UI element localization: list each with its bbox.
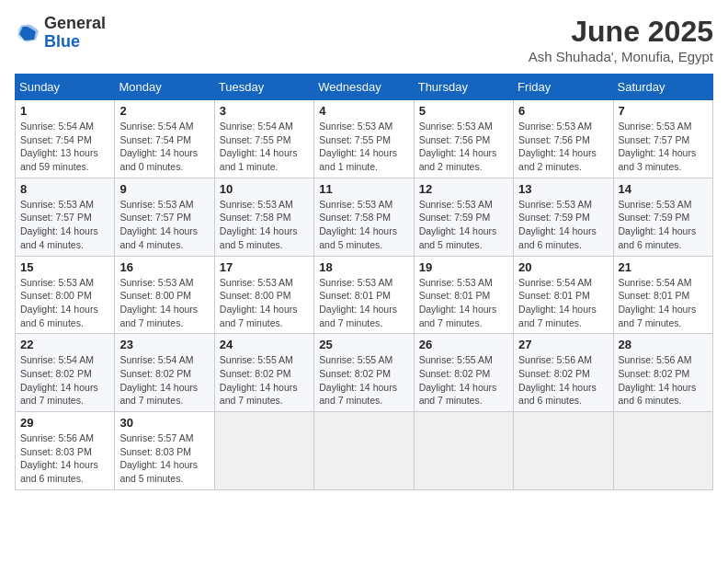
table-row: 11Sunrise: 5:53 AMSunset: 7:58 PMDayligh… xyxy=(314,178,414,256)
table-row: 24Sunrise: 5:55 AMSunset: 8:02 PMDayligh… xyxy=(214,334,313,412)
day-number: 12 xyxy=(419,182,508,196)
table-row: 14Sunrise: 5:53 AMSunset: 7:59 PMDayligh… xyxy=(613,178,712,256)
day-info: Sunrise: 5:54 AMSunset: 8:02 PMDaylight:… xyxy=(119,353,209,408)
logo-text: General Blue xyxy=(44,15,106,52)
day-number: 6 xyxy=(518,104,608,118)
day-number: 10 xyxy=(220,182,309,196)
day-info: Sunrise: 5:53 AMSunset: 7:59 PMDaylight:… xyxy=(419,198,508,252)
calendar-week-row: 22Sunrise: 5:54 AMSunset: 8:02 PMDayligh… xyxy=(16,334,713,412)
day-info: Sunrise: 5:53 AMSunset: 7:59 PMDaylight:… xyxy=(619,198,708,252)
calendar-week-row: 1Sunrise: 5:54 AMSunset: 7:54 PMDaylight… xyxy=(16,100,713,178)
day-info: Sunrise: 5:54 AMSunset: 8:02 PMDaylight:… xyxy=(20,353,109,408)
calendar-title: June 2025 xyxy=(529,15,713,49)
calendar-subtitle: Ash Shuhada', Monufia, Egypt xyxy=(529,49,713,64)
day-number: 27 xyxy=(518,338,608,351)
day-number: 15 xyxy=(20,260,109,274)
calendar-header-row: Sunday Monday Tuesday Wednesday Thursday… xyxy=(16,75,713,100)
day-number: 22 xyxy=(20,338,109,351)
day-number: 29 xyxy=(20,416,109,430)
calendar-week-row: 29Sunrise: 5:56 AMSunset: 8:03 PMDayligh… xyxy=(16,412,713,490)
day-number: 25 xyxy=(319,338,408,351)
table-row: 5Sunrise: 5:53 AMSunset: 7:56 PMDaylight… xyxy=(414,100,513,178)
day-info: Sunrise: 5:54 AMSunset: 7:54 PMDaylight:… xyxy=(119,120,209,174)
table-row: 18Sunrise: 5:53 AMSunset: 8:01 PMDayligh… xyxy=(314,256,414,334)
day-info: Sunrise: 5:53 AMSunset: 8:00 PMDaylight:… xyxy=(119,276,209,330)
table-row: 29Sunrise: 5:56 AMSunset: 8:03 PMDayligh… xyxy=(16,412,115,490)
day-info: Sunrise: 5:53 AMSunset: 8:00 PMDaylight:… xyxy=(220,276,309,330)
table-row: 10Sunrise: 5:53 AMSunset: 7:58 PMDayligh… xyxy=(214,178,313,256)
table-row: 12Sunrise: 5:53 AMSunset: 7:59 PMDayligh… xyxy=(414,178,513,256)
table-row: 1Sunrise: 5:54 AMSunset: 7:54 PMDaylight… xyxy=(16,100,115,178)
day-number: 1 xyxy=(20,104,109,118)
header-saturday: Saturday xyxy=(613,75,712,100)
day-info: Sunrise: 5:56 AMSunset: 8:02 PMDaylight:… xyxy=(619,353,708,408)
table-row: 25Sunrise: 5:55 AMSunset: 8:02 PMDayligh… xyxy=(314,334,414,412)
day-info: Sunrise: 5:56 AMSunset: 8:03 PMDaylight:… xyxy=(20,431,109,486)
day-info: Sunrise: 5:53 AMSunset: 7:56 PMDaylight:… xyxy=(518,120,608,174)
logo-general: General xyxy=(44,15,106,33)
day-info: Sunrise: 5:54 AMSunset: 7:54 PMDaylight:… xyxy=(20,120,109,174)
day-info: Sunrise: 5:53 AMSunset: 7:55 PMDaylight:… xyxy=(319,120,408,174)
day-number: 8 xyxy=(20,182,109,196)
table-row xyxy=(314,412,414,490)
day-info: Sunrise: 5:55 AMSunset: 8:02 PMDaylight:… xyxy=(220,353,309,408)
header-wednesday: Wednesday xyxy=(314,75,414,100)
day-number: 21 xyxy=(619,260,708,274)
day-info: Sunrise: 5:53 AMSunset: 8:01 PMDaylight:… xyxy=(419,276,508,330)
calendar-table: Sunday Monday Tuesday Wednesday Thursday… xyxy=(15,74,713,490)
logo-icon xyxy=(15,20,40,46)
day-number: 16 xyxy=(119,260,209,274)
table-row: 19Sunrise: 5:53 AMSunset: 8:01 PMDayligh… xyxy=(414,256,513,334)
header-monday: Monday xyxy=(115,75,214,100)
day-info: Sunrise: 5:53 AMSunset: 7:57 PMDaylight:… xyxy=(20,198,109,252)
day-number: 2 xyxy=(119,104,209,118)
day-info: Sunrise: 5:55 AMSunset: 8:02 PMDaylight:… xyxy=(419,353,508,408)
title-block: June 2025 Ash Shuhada', Monufia, Egypt xyxy=(529,15,713,64)
header-sunday: Sunday xyxy=(16,75,115,100)
day-number: 20 xyxy=(518,260,608,274)
table-row: 13Sunrise: 5:53 AMSunset: 7:59 PMDayligh… xyxy=(514,178,613,256)
day-number: 17 xyxy=(220,260,309,274)
day-info: Sunrise: 5:53 AMSunset: 7:59 PMDaylight:… xyxy=(518,198,608,252)
table-row: 23Sunrise: 5:54 AMSunset: 8:02 PMDayligh… xyxy=(115,334,214,412)
calendar-week-row: 8Sunrise: 5:53 AMSunset: 7:57 PMDaylight… xyxy=(16,178,713,256)
page-header: General Blue June 2025 Ash Shuhada', Mon… xyxy=(15,15,713,64)
header-tuesday: Tuesday xyxy=(214,75,313,100)
table-row: 4Sunrise: 5:53 AMSunset: 7:55 PMDaylight… xyxy=(314,100,414,178)
day-info: Sunrise: 5:53 AMSunset: 7:58 PMDaylight:… xyxy=(319,198,408,252)
day-info: Sunrise: 5:53 AMSunset: 7:58 PMDaylight:… xyxy=(220,198,309,252)
day-info: Sunrise: 5:53 AMSunset: 8:01 PMDaylight:… xyxy=(319,276,408,330)
table-row: 22Sunrise: 5:54 AMSunset: 8:02 PMDayligh… xyxy=(16,334,115,412)
day-number: 26 xyxy=(419,338,508,351)
table-row: 26Sunrise: 5:55 AMSunset: 8:02 PMDayligh… xyxy=(414,334,513,412)
day-number: 11 xyxy=(319,182,408,196)
day-number: 7 xyxy=(619,104,708,118)
day-number: 30 xyxy=(119,416,209,430)
calendar-week-row: 15Sunrise: 5:53 AMSunset: 8:00 PMDayligh… xyxy=(16,256,713,334)
day-number: 14 xyxy=(619,182,708,196)
day-number: 23 xyxy=(119,338,209,351)
table-row: 2Sunrise: 5:54 AMSunset: 7:54 PMDaylight… xyxy=(115,100,214,178)
logo-blue: Blue xyxy=(44,33,106,52)
table-row: 21Sunrise: 5:54 AMSunset: 8:01 PMDayligh… xyxy=(613,256,712,334)
day-info: Sunrise: 5:54 AMSunset: 7:55 PMDaylight:… xyxy=(220,120,309,174)
day-number: 3 xyxy=(220,104,309,118)
day-info: Sunrise: 5:53 AMSunset: 8:00 PMDaylight:… xyxy=(20,276,109,330)
day-info: Sunrise: 5:53 AMSunset: 7:57 PMDaylight:… xyxy=(619,120,708,174)
day-number: 4 xyxy=(319,104,408,118)
header-thursday: Thursday xyxy=(414,75,513,100)
day-info: Sunrise: 5:54 AMSunset: 8:01 PMDaylight:… xyxy=(619,276,708,330)
header-friday: Friday xyxy=(514,75,613,100)
table-row: 15Sunrise: 5:53 AMSunset: 8:00 PMDayligh… xyxy=(16,256,115,334)
day-number: 13 xyxy=(518,182,608,196)
table-row: 20Sunrise: 5:54 AMSunset: 8:01 PMDayligh… xyxy=(514,256,613,334)
day-number: 24 xyxy=(220,338,309,351)
logo: General Blue xyxy=(15,15,106,52)
day-info: Sunrise: 5:57 AMSunset: 8:03 PMDaylight:… xyxy=(119,431,209,486)
table-row: 28Sunrise: 5:56 AMSunset: 8:02 PMDayligh… xyxy=(613,334,712,412)
table-row: 16Sunrise: 5:53 AMSunset: 8:00 PMDayligh… xyxy=(115,256,214,334)
table-row: 30Sunrise: 5:57 AMSunset: 8:03 PMDayligh… xyxy=(115,412,214,490)
day-info: Sunrise: 5:53 AMSunset: 7:57 PMDaylight:… xyxy=(119,198,209,252)
day-info: Sunrise: 5:53 AMSunset: 7:56 PMDaylight:… xyxy=(419,120,508,174)
day-info: Sunrise: 5:56 AMSunset: 8:02 PMDaylight:… xyxy=(518,353,608,408)
